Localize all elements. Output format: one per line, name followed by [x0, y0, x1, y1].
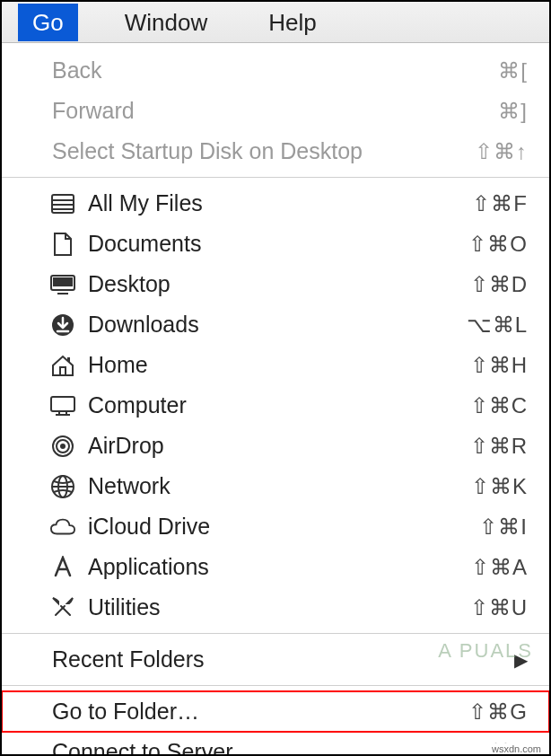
menu-all-my-files[interactable]: All My Files ⇧⌘F: [2, 183, 549, 224]
svg-rect-11: [67, 357, 70, 362]
menu-forward: Forward ⌘]: [2, 91, 549, 131]
menubar-go[interactable]: Go: [18, 4, 78, 41]
menu-connect-to-server-label: Connect to Server…: [52, 741, 490, 756]
svg-point-16: [60, 444, 66, 449]
menu-utilities-label: Utilities: [88, 596, 470, 619]
menu-separator: [2, 177, 549, 178]
go-menu: Back ⌘[ Forward ⌘] Select Startup Disk o…: [2, 43, 549, 756]
menu-applications[interactable]: Applications ⇧⌘A: [2, 547, 549, 587]
downloads-icon: [50, 312, 75, 338]
icloud-icon: [50, 514, 75, 540]
menu-airdrop-label: AirDrop: [88, 435, 470, 457]
menu-network-label: Network: [88, 475, 471, 497]
menu-documents[interactable]: Documents ⇧⌘O: [2, 224, 549, 264]
menu-all-my-files-shortcut: ⇧⌘F: [472, 193, 528, 215]
menu-icloud-label: iCloud Drive: [88, 515, 479, 538]
menu-downloads-label: Downloads: [88, 313, 467, 336]
menu-startup-shortcut: ⇧⌘↑: [475, 141, 528, 163]
menu-recent-folders-label: Recent Folders: [52, 648, 514, 671]
menu-separator: [2, 685, 549, 686]
menu-utilities[interactable]: Utilities ⇧⌘U: [2, 587, 549, 628]
all-my-files-icon: [50, 191, 75, 216]
svg-rect-10: [60, 367, 66, 375]
menu-computer-shortcut: ⇧⌘C: [470, 395, 528, 417]
menu-computer-label: Computer: [88, 394, 470, 417]
menu-network[interactable]: Network ⇧⌘K: [2, 466, 549, 506]
menu-documents-shortcut: ⇧⌘O: [468, 233, 528, 255]
menu-documents-label: Documents: [88, 233, 468, 255]
menubar-window[interactable]: Window: [110, 4, 222, 41]
network-icon: [50, 474, 75, 499]
menu-back-shortcut: ⌘[: [498, 60, 528, 82]
menu-all-my-files-label: All My Files: [88, 192, 472, 215]
home-icon: [50, 353, 75, 378]
svg-rect-12: [51, 397, 74, 411]
menu-forward-label: Forward: [52, 100, 498, 122]
menu-forward-shortcut: ⌘]: [498, 101, 528, 122]
airdrop-icon: [50, 434, 75, 459]
menu-computer[interactable]: Computer ⇧⌘C: [2, 385, 549, 426]
menu-desktop[interactable]: Desktop ⇧⌘D: [2, 264, 549, 304]
submenu-arrow-icon: ▶: [514, 651, 528, 669]
menu-icloud-drive[interactable]: iCloud Drive ⇧⌘I: [2, 506, 549, 547]
menu-network-shortcut: ⇧⌘K: [471, 476, 528, 497]
svg-rect-6: [53, 277, 73, 286]
computer-icon: [50, 393, 75, 418]
menu-home[interactable]: Home ⇧⌘H: [2, 345, 549, 385]
menu-desktop-shortcut: ⇧⌘D: [470, 274, 528, 295]
menu-back: Back ⌘[: [2, 50, 549, 91]
menu-startup-label: Select Startup Disk on Desktop: [52, 140, 475, 163]
menu-desktop-label: Desktop: [88, 273, 470, 295]
menu-airdrop[interactable]: AirDrop ⇧⌘R: [2, 426, 549, 466]
menu-go-to-folder-label: Go to Folder…: [52, 700, 468, 723]
menu-downloads-shortcut: ⌥⌘L: [467, 314, 528, 336]
desktop-icon: [50, 272, 75, 297]
documents-icon: [50, 232, 75, 257]
menu-recent-folders[interactable]: Recent Folders ▶: [2, 639, 549, 680]
menu-utilities-shortcut: ⇧⌘U: [470, 597, 528, 619]
menu-home-label: Home: [88, 354, 470, 376]
menu-startup-disk: Select Startup Disk on Desktop ⇧⌘↑: [2, 131, 549, 171]
menu-airdrop-shortcut: ⇧⌘R: [470, 435, 528, 457]
menu-separator: [2, 633, 549, 634]
menu-icloud-shortcut: ⇧⌘I: [479, 516, 528, 538]
menu-back-label: Back: [52, 59, 498, 82]
applications-icon: [50, 555, 75, 580]
utilities-icon: [50, 595, 75, 620]
menu-go-to-folder[interactable]: Go to Folder… ⇧⌘G: [2, 691, 549, 732]
menu-applications-label: Applications: [88, 556, 471, 578]
credit-text: wsxdn.com: [489, 743, 544, 755]
menubar: Go Window Help: [2, 2, 549, 43]
menu-go-to-folder-shortcut: ⇧⌘G: [468, 701, 528, 723]
menubar-help[interactable]: Help: [254, 4, 330, 41]
menu-applications-shortcut: ⇧⌘A: [471, 557, 528, 578]
menu-connect-to-server[interactable]: Connect to Server… ⌘K: [2, 732, 549, 756]
menu-downloads[interactable]: Downloads ⌥⌘L: [2, 304, 549, 345]
menu-home-shortcut: ⇧⌘H: [470, 355, 528, 376]
